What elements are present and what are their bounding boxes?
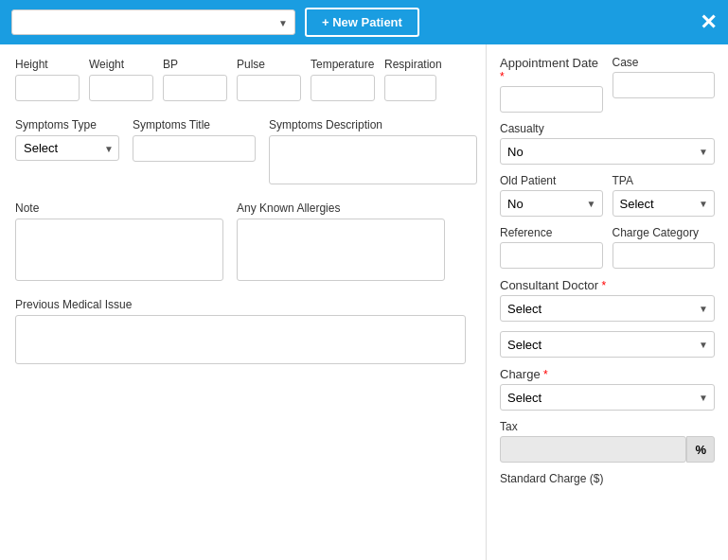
case-label: Case [613,56,716,69]
symptoms-row: Symptoms Type Select ▼ Symptoms Title Sy… [15,118,471,184]
symptoms-desc-textarea[interactable] [269,135,477,184]
allergies-textarea[interactable] [237,219,445,281]
symptoms-type-label: Symptoms Type [15,118,119,131]
height-group: Height [15,58,80,101]
bp-input[interactable] [163,75,227,101]
symptoms-type-select[interactable]: Select [15,135,119,161]
charge-category-group: Charge Category [613,226,716,269]
respiration-group: Respiration [384,58,442,101]
tpa-label: TPA [613,174,716,187]
reference-charge-category-row: Reference Charge Category [500,226,715,269]
modal-header: ▼ + New Patient ✕ [0,0,728,44]
close-button[interactable]: ✕ [700,12,717,33]
temperature-group: Temperature [311,58,375,101]
weight-label: Weight [89,58,153,71]
height-label: Height [15,58,80,71]
prev-medical-label: Previous Medical Issue [15,298,471,311]
respiration-input[interactable] [384,75,436,101]
allergies-group: Any Known Allergies [237,201,445,281]
casualty-select-wrapper[interactable]: No Yes ▼ [500,138,715,165]
casualty-label: Casualty [500,122,715,135]
charge-category-label: Charge Category [613,226,716,239]
consultant-select-2-group: Select ▼ [500,331,715,358]
appointment-required-star: * [500,70,505,83]
prev-medical-group: Previous Medical Issue [15,298,471,364]
charge-select[interactable]: Select [500,384,715,411]
appointment-date-input[interactable] [500,86,603,113]
charge-group: Charge * Select ▼ [500,367,715,411]
symptoms-title-input[interactable] [133,135,256,162]
respiration-label: Respiration [384,58,442,71]
prev-medical-textarea[interactable] [15,315,466,364]
case-input[interactable] [613,72,716,98]
note-group: Note [15,201,223,281]
right-panel: Appointment Date * Case Casualty No Yes [487,44,728,560]
modal-container: ▼ + New Patient ✕ Height Weight BP [0,0,728,560]
charge-label: Charge * [500,367,715,381]
standard-charge-label: Standard Charge ($) [500,472,715,485]
consultant-select-1[interactable]: Select [500,295,715,322]
symptoms-title-label: Symptoms Title [133,118,256,131]
symptoms-type-select-wrapper[interactable]: Select ▼ [15,135,119,161]
reference-input[interactable] [500,242,603,269]
consultant-select-2-wrapper[interactable]: Select ▼ [500,331,715,358]
casualty-group: Casualty No Yes ▼ [500,122,715,165]
new-patient-button[interactable]: + New Patient [305,8,419,37]
note-label: Note [15,201,223,215]
symptoms-desc-group: Symptoms Description [269,118,477,184]
left-panel: Height Weight BP Pulse Temperature [0,44,487,560]
consultant-select-1-wrapper[interactable]: Select ▼ [500,295,715,322]
charge-select-wrapper[interactable]: Select ▼ [500,384,715,411]
modal-body: Height Weight BP Pulse Temperature [0,44,728,560]
patient-select-wrapper[interactable]: ▼ [11,9,295,35]
case-group: Case [613,56,716,113]
tax-group: Tax % [500,420,715,463]
old-patient-select-wrapper[interactable]: No Yes ▼ [500,190,603,217]
consultant-required-star: * [601,279,606,292]
tax-row: % [500,436,715,463]
symptoms-type-group: Symptoms Type Select ▼ [15,118,119,161]
note-textarea[interactable] [15,219,223,281]
tax-percent-label: % [686,436,715,463]
charge-required-star: * [543,368,548,381]
pulse-group: Pulse [237,58,301,101]
note-allergies-row: Note Any Known Allergies [15,201,471,281]
temperature-label: Temperature [311,58,375,71]
charge-category-input[interactable] [613,242,716,269]
tpa-group: TPA Select ▼ [613,174,716,217]
casualty-select[interactable]: No Yes [500,138,715,165]
tax-label: Tax [500,420,715,433]
standard-charge-group: Standard Charge ($) [500,472,715,485]
consultant-doctor-label: Consultant Doctor * [500,278,715,292]
bp-group: BP [163,58,227,101]
tax-input[interactable] [500,436,686,463]
old-patient-tpa-row: Old Patient No Yes ▼ TPA Select [500,174,715,217]
old-patient-label: Old Patient [500,174,603,187]
allergies-label: Any Known Allergies [237,201,445,215]
symptoms-title-group: Symptoms Title [133,118,256,162]
reference-label: Reference [500,226,603,239]
symptoms-desc-label: Symptoms Description [269,118,477,131]
consultant-select-2[interactable]: Select [500,331,715,358]
tpa-select[interactable]: Select [613,190,716,217]
old-patient-group: Old Patient No Yes ▼ [500,174,603,217]
tpa-select-wrapper[interactable]: Select ▼ [613,190,716,217]
patient-select[interactable] [11,9,295,35]
appointment-date-group: Appointment Date * [500,56,603,113]
weight-input[interactable] [89,75,153,101]
old-patient-select[interactable]: No Yes [500,190,603,217]
temperature-input[interactable] [311,75,375,101]
pulse-label: Pulse [237,58,301,71]
appointment-case-row: Appointment Date * Case [500,56,715,113]
height-input[interactable] [15,75,80,101]
vitals-row: Height Weight BP Pulse Temperature [15,58,471,101]
pulse-input[interactable] [237,75,301,101]
weight-group: Weight [89,58,153,101]
consultant-doctor-group: Consultant Doctor * Select ▼ [500,278,715,322]
reference-group: Reference [500,226,603,269]
appointment-date-label: Appointment Date * [500,56,603,83]
bp-label: BP [163,58,227,71]
